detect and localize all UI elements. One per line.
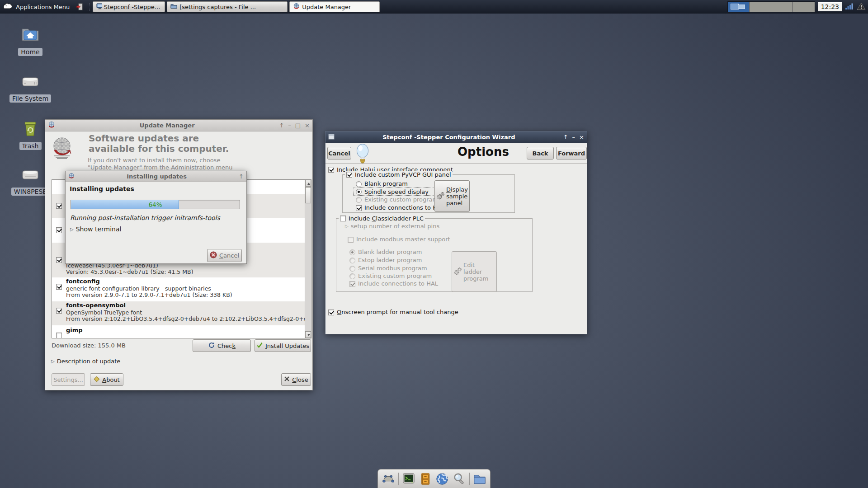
- warning-icon[interactable]: [857, 2, 866, 12]
- package-summary: generic font configuration library - sup…: [66, 285, 211, 292]
- cancel-icon: [210, 251, 217, 260]
- applications-menu-button[interactable]: Applications Menu: [0, 0, 74, 14]
- package-name: gimp: [66, 327, 83, 333]
- desktop-icon-home[interactable]: Home: [5, 25, 55, 56]
- taskbar-button-stepconf[interactable]: Stepconf -Stepper Confi...: [93, 1, 165, 12]
- check-button[interactable]: Check: [193, 339, 251, 352]
- desktop-icon-file-system[interactable]: File System: [5, 74, 55, 103]
- panel-grip: [88, 3, 90, 11]
- package-checkbox[interactable]: [56, 284, 62, 290]
- expander-icon: ▷: [345, 224, 349, 229]
- close-icon[interactable]: ×: [579, 134, 584, 141]
- close-button[interactable]: Close: [281, 373, 311, 386]
- minimize-icon[interactable]: –: [572, 134, 576, 141]
- progress-bar: 64%: [71, 200, 240, 209]
- desktop: Applications Menu Stepconf -Stepper Conf…: [0, 0, 868, 488]
- onscreen-prompt-label: Onscreen prompt for manual tool change: [337, 309, 458, 315]
- dock: [377, 469, 491, 488]
- classicladder-checkbox[interactable]: [340, 216, 346, 221]
- shade-icon[interactable]: ↑: [279, 122, 284, 129]
- pyvcp-checkbox[interactable]: [346, 172, 352, 178]
- blank-ladder-label: Blank ladder program: [358, 249, 422, 255]
- blank-program-radio[interactable]: [356, 181, 362, 187]
- taskbar-button-label: Stepconf -Stepper Confi...: [104, 4, 162, 10]
- installing-updates-dialog: Installing updates ↑ Installing updates …: [65, 171, 247, 264]
- desktop-icon-label: File System: [9, 94, 51, 103]
- status-text: Running post-installation trigger initra…: [70, 214, 220, 221]
- scrollbar-thumb[interactable]: [305, 187, 311, 203]
- file-cabinet-icon: [419, 472, 432, 486]
- dock-separator: [398, 473, 399, 485]
- clock: 12:23: [818, 2, 842, 11]
- external-pins-expander: ▷ setup number of external pins: [345, 223, 439, 230]
- blank-ladder-radio: [349, 249, 355, 255]
- window-title: Installing updates: [77, 173, 236, 180]
- dialog-heading: Installing updates: [70, 185, 134, 192]
- show-desktop-button[interactable]: [381, 471, 396, 486]
- halui-checkbox[interactable]: [328, 167, 334, 173]
- forward-button[interactable]: Forward: [556, 147, 587, 160]
- show-terminal-expander[interactable]: ▷ Show terminal: [70, 225, 121, 233]
- globe-icon: [48, 121, 55, 130]
- spindle-speed-radio[interactable]: [356, 189, 362, 195]
- window-title: Update Manager: [58, 122, 276, 129]
- package-checkbox[interactable]: [56, 203, 62, 209]
- serial-modbus-radio: [349, 266, 355, 272]
- modbus-label: Include modbus master support: [356, 236, 450, 243]
- onscreen-prompt-checkbox[interactable]: [328, 310, 334, 315]
- scroll-down-button[interactable]: [305, 331, 311, 338]
- desktop-icon-label: WIN8PESE: [11, 188, 49, 196]
- cancel-button[interactable]: Cancel: [207, 249, 242, 262]
- workspace-2[interactable]: [750, 2, 771, 12]
- display-sample-panel-button[interactable]: Display sample panel: [434, 180, 470, 212]
- globe-icon: [293, 3, 300, 11]
- window-title: Stepconf -Stepper Configuration Wizard: [337, 134, 561, 141]
- install-updates-button[interactable]: Install Updates: [255, 339, 311, 352]
- maximize-icon[interactable]: □: [295, 122, 301, 129]
- taskbar-button-update-manager[interactable]: Update Manager: [289, 1, 380, 12]
- shade-icon[interactable]: ↑: [563, 134, 568, 141]
- logout-launcher[interactable]: [74, 1, 86, 12]
- file-cabinet-launcher[interactable]: [419, 471, 432, 486]
- network-signal-icon[interactable]: [845, 2, 854, 11]
- ladder-hal-label: Include connections to HAL: [358, 280, 438, 287]
- dialog-titlebar[interactable]: Installing updates ↑: [66, 171, 246, 182]
- terminal-launcher[interactable]: [401, 471, 416, 486]
- dock-separator: [469, 473, 470, 485]
- edit-ladder-button: Edit ladder program: [452, 251, 497, 292]
- web-browser-launcher[interactable]: [435, 471, 449, 486]
- expander-icon: ▷: [70, 227, 74, 232]
- scroll-up-button[interactable]: [305, 180, 311, 187]
- shade-icon[interactable]: ↑: [239, 173, 244, 180]
- workspace-4[interactable]: [793, 2, 815, 12]
- description-expander[interactable]: ▷ Description of update: [51, 358, 120, 365]
- drive-icon: [19, 167, 41, 185]
- scrollbar: [305, 180, 311, 338]
- workspace-window-thumb: [738, 5, 745, 9]
- package-checkbox[interactable]: [56, 227, 62, 233]
- classicladder-legend: Include Classicladder PLC: [339, 215, 425, 222]
- xfce-logo-icon: [3, 3, 13, 11]
- search-launcher[interactable]: [452, 471, 467, 486]
- workspace-1[interactable]: [728, 2, 750, 12]
- package-version: Version: 45.3.0esr-1~deb7u1 (Size: 41.5 …: [66, 268, 193, 275]
- about-icon: [94, 376, 100, 384]
- minimize-icon[interactable]: –: [288, 122, 291, 129]
- update-manager-titlebar[interactable]: Update Manager ↑ – □ ×: [45, 120, 312, 131]
- package-checkbox[interactable]: [56, 308, 62, 314]
- file-manager-launcher[interactable]: [472, 471, 487, 486]
- about-button[interactable]: About: [90, 373, 123, 386]
- package-summary: OpenSymbol TrueType font: [66, 309, 142, 316]
- package-checkbox[interactable]: [56, 333, 62, 338]
- package-checkbox[interactable]: [56, 257, 62, 263]
- taskbar-button-file-manager[interactable]: [settings captures - File ...: [167, 1, 288, 12]
- back-button[interactable]: Back: [527, 147, 554, 160]
- gears-icon: [436, 191, 445, 202]
- pyvcp-hal-checkbox[interactable]: [356, 205, 362, 211]
- header-separator: [326, 163, 587, 164]
- stepconf-titlebar[interactable]: Stepconf -Stepper Configuration Wizard ↑…: [326, 131, 587, 143]
- taskbar-button-label: Update Manager: [302, 4, 351, 10]
- wizard-cancel-button[interactable]: Cancel: [327, 147, 351, 160]
- workspace-3[interactable]: [771, 2, 793, 12]
- close-icon[interactable]: ×: [305, 122, 310, 129]
